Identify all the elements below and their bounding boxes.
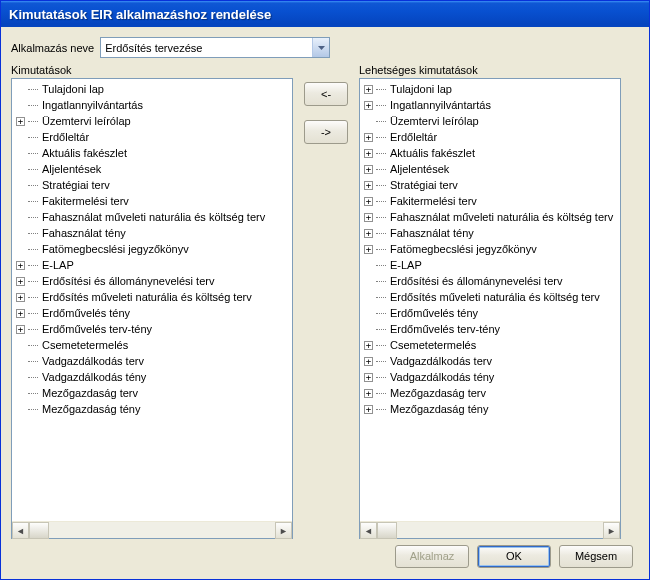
tree-item[interactable]: +Fakitermelési terv — [360, 193, 620, 209]
tree-item[interactable]: Fahasználat műveleti naturália és költsé… — [12, 209, 292, 225]
app-name-select[interactable]: Erdősítés tervezése — [100, 37, 330, 58]
available-tree[interactable]: +Tulajdoni lap+IngatlannyilvántartásÜzem… — [360, 79, 620, 521]
expand-icon[interactable]: + — [364, 213, 373, 222]
tree-item[interactable]: +Csemetetermelés — [360, 337, 620, 353]
ok-label: OK — [506, 550, 522, 562]
ok-button[interactable]: OK — [477, 545, 551, 568]
tree-item[interactable]: Erdősítés műveleti naturália és költség … — [360, 289, 620, 305]
tree-connector — [28, 217, 38, 218]
tree-item[interactable]: Vadgazdálkodás terv — [12, 353, 292, 369]
tree-item[interactable]: +Mezőgazdaság terv — [360, 385, 620, 401]
tree-item[interactable]: Vadgazdálkodás tény — [12, 369, 292, 385]
tree-item[interactable]: E-LAP — [360, 257, 620, 273]
tree-item[interactable]: +E-LAP — [12, 257, 292, 273]
expand-icon[interactable]: + — [364, 101, 373, 110]
tree-item-label: Erdősítés műveleti naturália és költség … — [40, 291, 254, 303]
tree-item-label: Fakitermelési terv — [388, 195, 479, 207]
tree-item[interactable]: Mezőgazdaság tény — [12, 401, 292, 417]
tree-item[interactable]: Erdősítési és állománynevelési terv — [360, 273, 620, 289]
expand-icon[interactable]: + — [16, 117, 25, 126]
expand-icon[interactable]: + — [16, 309, 25, 318]
scroll-right-icon[interactable]: ► — [275, 522, 292, 539]
expand-icon[interactable]: + — [364, 85, 373, 94]
title-bar[interactable]: Kimutatások EIR alkalmazáshoz rendelése — [1, 1, 649, 27]
tree-item[interactable]: Fahasználat tény — [12, 225, 292, 241]
expand-icon[interactable]: + — [364, 165, 373, 174]
cancel-button[interactable]: Mégsem — [559, 545, 633, 568]
scroll-track[interactable] — [397, 522, 603, 538]
tree-connector — [28, 169, 38, 170]
tree-item[interactable]: Fatömegbecslési jegyzőkönyv — [12, 241, 292, 257]
tree-connector — [376, 153, 386, 154]
expand-icon[interactable]: + — [364, 389, 373, 398]
expand-icon[interactable]: + — [364, 133, 373, 142]
tree-item[interactable]: +Fahasználat tény — [360, 225, 620, 241]
scroll-left-icon[interactable]: ◄ — [360, 522, 377, 539]
client-area: Alkalmazás neve Erdősítés tervezése Kimu… — [1, 27, 649, 579]
tree-item[interactable]: Mezőgazdaság terv — [12, 385, 292, 401]
tree-item[interactable]: Ingatlannyilvántartás — [12, 97, 292, 113]
tree-item[interactable]: +Erdőleltár — [360, 129, 620, 145]
expand-icon[interactable]: + — [364, 149, 373, 158]
expand-icon[interactable]: + — [364, 245, 373, 254]
tree-item-label: Vadgazdálkodás terv — [40, 355, 146, 367]
h-scrollbar[interactable]: ◄ ► — [360, 521, 620, 538]
expand-icon[interactable]: + — [16, 261, 25, 270]
tree-item[interactable]: Aktuális fakészlet — [12, 145, 292, 161]
scroll-left-icon[interactable]: ◄ — [12, 522, 29, 539]
tree-item-label: Erdőművelés terv-tény — [40, 323, 154, 335]
expand-icon[interactable]: + — [16, 293, 25, 302]
expand-icon[interactable]: + — [364, 341, 373, 350]
tree-item-label: Üzemtervi leírólap — [40, 115, 133, 127]
tree-item[interactable]: +Tulajdoni lap — [360, 81, 620, 97]
tree-connector — [28, 89, 38, 90]
expand-icon[interactable]: + — [364, 197, 373, 206]
tree-item[interactable]: +Üzemtervi leírólap — [12, 113, 292, 129]
scroll-track[interactable] — [49, 522, 275, 538]
apply-label: Alkalmaz — [410, 550, 455, 562]
tree-item[interactable]: +Aktuális fakészlet — [360, 145, 620, 161]
chevron-down-icon[interactable] — [312, 38, 329, 57]
tree-item[interactable]: +Vadgazdálkodás tény — [360, 369, 620, 385]
tree-item[interactable]: Stratégiai terv — [12, 177, 292, 193]
tree-item[interactable]: Tulajdoni lap — [12, 81, 292, 97]
tree-item[interactable]: Csemetetermelés — [12, 337, 292, 353]
expand-icon[interactable]: + — [364, 405, 373, 414]
tree-item[interactable]: Aljelentések — [12, 161, 292, 177]
tree-item[interactable]: +Ingatlannyilvántartás — [360, 97, 620, 113]
expand-icon[interactable]: + — [364, 357, 373, 366]
scroll-thumb[interactable] — [377, 522, 397, 539]
expand-icon[interactable]: + — [16, 277, 25, 286]
tree-item-label: Fatömegbecslési jegyzőkönyv — [40, 243, 191, 255]
apply-button[interactable]: Alkalmaz — [395, 545, 469, 568]
tree-item-label: Fakitermelési terv — [40, 195, 131, 207]
tree-item[interactable]: +Stratégiai terv — [360, 177, 620, 193]
tree-item[interactable]: Üzemtervi leírólap — [360, 113, 620, 129]
tree-item[interactable]: +Vadgazdálkodás terv — [360, 353, 620, 369]
tree-item[interactable]: Erdőművelés tény — [360, 305, 620, 321]
tree-item[interactable]: +Erdőművelés terv-tény — [12, 321, 292, 337]
tree-item[interactable]: +Aljelentések — [360, 161, 620, 177]
move-right-button[interactable]: -> — [304, 120, 348, 144]
expand-icon[interactable]: + — [364, 373, 373, 382]
tree-item[interactable]: +Erdősítés műveleti naturália és költség… — [12, 289, 292, 305]
tree-item[interactable]: +Fatömegbecslési jegyzőkönyv — [360, 241, 620, 257]
assigned-tree[interactable]: Tulajdoni lapIngatlannyilvántartás+Üzemt… — [12, 79, 292, 521]
assigned-tree-wrap: Tulajdoni lapIngatlannyilvántartás+Üzemt… — [11, 78, 293, 539]
h-scrollbar[interactable]: ◄ ► — [12, 521, 292, 538]
tree-item[interactable]: +Erdőművelés tény — [12, 305, 292, 321]
tree-item-label: E-LAP — [40, 259, 76, 271]
expand-icon[interactable]: + — [364, 181, 373, 190]
tree-connector — [28, 313, 38, 314]
tree-item[interactable]: Fakitermelési terv — [12, 193, 292, 209]
move-left-button[interactable]: <- — [304, 82, 348, 106]
tree-item[interactable]: Erdőleltár — [12, 129, 292, 145]
tree-item[interactable]: Erdőművelés terv-tény — [360, 321, 620, 337]
tree-item[interactable]: +Erdősítési és állománynevelési terv — [12, 273, 292, 289]
tree-item[interactable]: +Fahasználat műveleti naturália és költs… — [360, 209, 620, 225]
scroll-thumb[interactable] — [29, 522, 49, 539]
tree-item[interactable]: +Mezőgazdaság tény — [360, 401, 620, 417]
expand-icon[interactable]: + — [16, 325, 25, 334]
scroll-right-icon[interactable]: ► — [603, 522, 620, 539]
expand-icon[interactable]: + — [364, 229, 373, 238]
